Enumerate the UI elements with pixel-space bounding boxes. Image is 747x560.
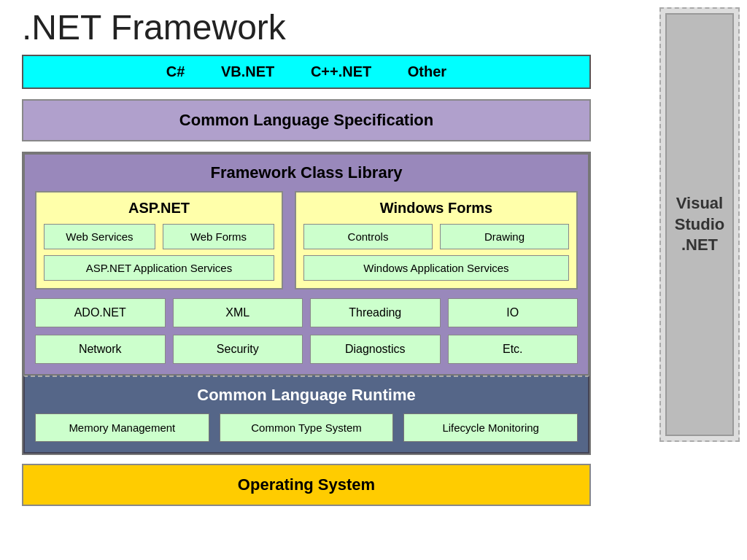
clr-box: Common Language Runtime Memory Managemen… <box>23 376 589 454</box>
page-title: .NET Framework <box>22 7 591 47</box>
lifecycle-monitoring-cell: Lifecycle Monitoring <box>403 413 578 442</box>
winforms-box: Windows Forms Controls Drawing Windows A… <box>295 191 578 289</box>
clr-items-row: Memory Management Common Type System Lif… <box>35 413 578 442</box>
web-services-cell: Web Services <box>44 224 155 249</box>
aspnet-app-services-cell: ASP.NET Application Services <box>44 255 274 281</box>
fcl-bottom-row: Network Security Diagnostics Etc. <box>35 335 578 364</box>
vs-label: Visual Studio .NET <box>667 193 732 256</box>
vs-sidebar: Visual Studio .NET <box>659 7 740 442</box>
cls-box: Common Language Specification <box>22 99 591 141</box>
vs-outer: Visual Studio .NET <box>659 7 740 442</box>
memory-management-cell: Memory Management <box>35 413 209 442</box>
controls-cell: Controls <box>303 224 433 249</box>
fcl-top-row: ASP.NET Web Services Web Forms ASP.NET A… <box>35 191 578 289</box>
aspnet-title: ASP.NET <box>44 200 274 217</box>
aspnet-box: ASP.NET Web Services Web Forms ASP.NET A… <box>35 191 283 289</box>
drawing-cell: Drawing <box>440 224 569 249</box>
security-cell: Security <box>173 335 303 364</box>
winforms-title: Windows Forms <box>303 200 569 217</box>
fcl-title: Framework Class Library <box>35 163 578 182</box>
xml-cell: XML <box>173 298 303 327</box>
main-content: .NET Framework C# VB.NET C++.NET Other C… <box>22 7 591 506</box>
fcl-box: Framework Class Library ASP.NET Web Serv… <box>23 153 589 376</box>
os-label: Operating System <box>238 475 375 494</box>
clr-title: Common Language Runtime <box>35 386 578 405</box>
io-cell: IO <box>448 298 578 327</box>
winforms-row1: Controls Drawing <box>303 224 569 249</box>
lang-csharp: C# <box>166 63 185 79</box>
threading-cell: Threading <box>310 298 441 327</box>
lang-vbnet: VB.NET <box>221 63 274 79</box>
fcl-mid-row: ADO.NET XML Threading IO <box>35 298 578 327</box>
adonet-cell: ADO.NET <box>35 298 166 327</box>
etc-cell: Etc. <box>448 335 578 364</box>
network-cell: Network <box>35 335 166 364</box>
os-bar: Operating System <box>22 464 591 506</box>
lang-other: Other <box>408 63 446 79</box>
lang-cppnet: C++.NET <box>311 63 371 79</box>
cls-label: Common Language Specification <box>179 111 433 129</box>
common-type-system-cell: Common Type System <box>220 413 394 442</box>
fcl-clr-wrapper: Framework Class Library ASP.NET Web Serv… <box>22 152 591 455</box>
aspnet-row1: Web Services Web Forms <box>44 224 274 249</box>
diagnostics-cell: Diagnostics <box>310 335 441 364</box>
languages-bar: C# VB.NET C++.NET Other <box>22 55 591 89</box>
web-forms-cell: Web Forms <box>163 224 274 249</box>
win-app-services-cell: Windows Application Services <box>303 255 569 281</box>
vs-inner: Visual Studio .NET <box>665 13 734 436</box>
